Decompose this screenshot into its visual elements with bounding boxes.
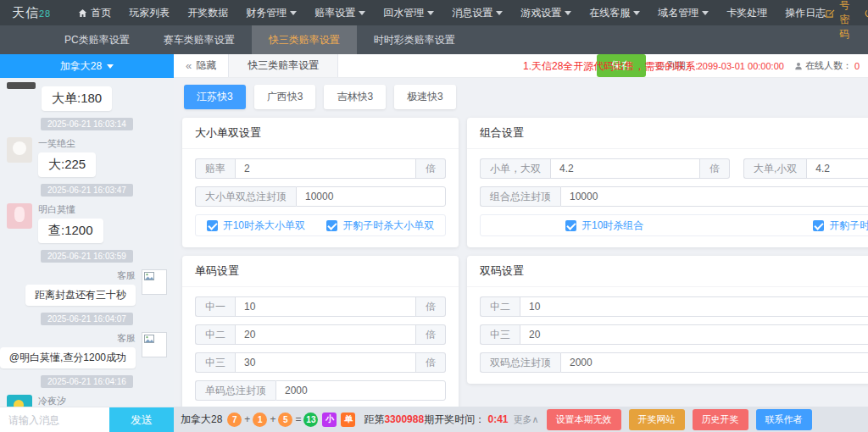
chat-username: 客服 (117, 332, 136, 345)
nav-item-domain[interactable]: 域名管理 (658, 6, 709, 20)
field-label: 中一 (195, 296, 235, 317)
checkbox-kill-dxdd-on-triple[interactable]: 开豹子时杀大小单双 (326, 219, 434, 233)
size-result-badge: 小 (322, 413, 337, 427)
draw-ball-1: 7 (227, 413, 242, 427)
nav-item-draw-data[interactable]: 开奖数据 (187, 6, 228, 20)
tab-jilin-k3[interactable]: 吉林快3 (324, 85, 386, 109)
draw-ball-3: 5 (278, 413, 292, 427)
checkbox-kill-combo-on-10[interactable]: 开10时杀组合 (565, 219, 643, 233)
chat-timestamp: 2025-06-21 16:03:59 (41, 250, 133, 263)
tab-jisu-k3[interactable]: 极速快3 (394, 85, 456, 109)
cap-input[interactable] (560, 352, 868, 373)
checkbox-kill-dxdd-on-10[interactable]: 开10时杀大小单双 (207, 219, 305, 233)
tab-guangxi-k3[interactable]: 广西快3 (254, 85, 316, 109)
parity-result-badge: 单 (341, 413, 355, 427)
chat-room-selector[interactable]: 加拿大28 (0, 54, 174, 78)
chat-bubble: 查:1200 (38, 219, 103, 243)
collapse-sidebar-button[interactable]: « 隐藏 (174, 54, 228, 77)
odds-input[interactable] (235, 352, 416, 373)
avatar (7, 82, 36, 89)
chat-sidebar: 加拿大28 大单:180 2025-06-21 16:03:14 一笑绝尘 大:… (0, 54, 174, 432)
chevron-down-icon (702, 11, 709, 15)
checkbox-checked-icon[interactable] (207, 220, 218, 231)
draw-history-button[interactable]: 历史开奖 (693, 409, 748, 430)
nav-item-logs[interactable]: 操作日志 (785, 6, 826, 20)
chat-username: 一笑绝尘 (38, 137, 96, 150)
avatar[interactable] (7, 137, 32, 163)
nav-item-service[interactable]: 在线客服 (589, 6, 640, 20)
app-window: 天信28 首页 玩家列表 开奖数据 财务管理 赔率设置 回水管理 消息设置 游戏… (0, 0, 868, 432)
odds-input[interactable] (520, 296, 868, 317)
field-label: 大小单双总注封顶 (195, 186, 296, 207)
odds-input[interactable] (520, 324, 868, 345)
settings-content: 江苏快3 广西快3 吉林快3 极速快3 大小单双设置 赔率 倍 (174, 78, 868, 407)
chat-message: 明白莫懂 查:1200 (7, 203, 167, 243)
card-title: 大小单双设置 (195, 125, 261, 141)
chat-username: 客服 (117, 269, 136, 282)
odds-input[interactable] (235, 158, 416, 179)
odds-input[interactable] (235, 324, 416, 345)
nav-item-odds[interactable]: 赔率设置 (314, 6, 365, 20)
logout-button[interactable]: 退出 (865, 0, 868, 27)
person-icon (794, 62, 803, 70)
chevron-down-icon (290, 11, 297, 15)
cap-input[interactable] (275, 380, 446, 401)
field-label: 中三 (195, 352, 235, 373)
checkbox-checked-icon[interactable] (326, 220, 337, 231)
tab-jiangsu-k3[interactable]: 江苏快3 (184, 85, 246, 109)
odds-input[interactable] (550, 158, 700, 179)
nav-item-players[interactable]: 玩家列表 (129, 6, 170, 20)
nav-item-card-award[interactable]: 卡奖处理 (726, 6, 767, 20)
checkbox-kill-combo-on-triple[interactable]: 开豹子时杀组合 (813, 219, 868, 233)
chat-message-list[interactable]: 大单:180 2025-06-21 16:03:14 一笑绝尘 大:225 20… (0, 78, 174, 407)
nav-item-home[interactable]: 首页 (78, 6, 111, 20)
unit-label: 倍 (700, 158, 730, 179)
nav-item-rebate[interactable]: 回水管理 (383, 6, 434, 20)
subnav-pc-odds[interactable]: PC类赔率设置 (47, 25, 147, 54)
odds-input[interactable] (806, 158, 868, 179)
plus-sign: + (244, 413, 250, 425)
chat-message-input[interactable] (0, 407, 109, 432)
account-password-button[interactable]: 账号密码 (826, 0, 849, 42)
nav-item-game[interactable]: 游戏设置 (520, 6, 571, 20)
checkbox-checked-icon[interactable] (565, 220, 576, 231)
broken-image-avatar[interactable] (142, 269, 167, 295)
field-label: 中二 (480, 296, 520, 317)
card-title: 单码设置 (195, 263, 239, 279)
sub-navbar: PC类赔率设置 赛车类赔率设置 快三类赔率设置 时时彩类赔率设置 (0, 25, 868, 54)
checkbox-checked-icon[interactable] (813, 220, 824, 231)
avatar[interactable] (7, 203, 32, 229)
page-tab-kuai3-odds[interactable]: 快三类赔率设置 (228, 54, 338, 77)
chevron-down-icon (427, 11, 434, 15)
top-navbar: 天信28 首页 玩家列表 开奖数据 财务管理 赔率设置 回水管理 消息设置 游戏… (0, 0, 868, 25)
send-button[interactable]: 发送 (109, 407, 174, 432)
chevron-down-icon (496, 11, 503, 15)
chat-timestamp: 2025-06-21 16:04:16 (41, 375, 133, 388)
top-menu: 首页 玩家列表 开奖数据 财务管理 赔率设置 回水管理 消息设置 游戏设置 在线… (78, 6, 826, 20)
chevron-down-icon (359, 11, 365, 15)
countdown-value: 0:41 (487, 413, 508, 425)
chat-timestamp: 2025-06-21 16:03:14 (41, 118, 133, 130)
draw-sum-ball: 13 (303, 413, 318, 427)
cap-input[interactable] (296, 186, 446, 207)
more-toggle[interactable]: 更多∧ (514, 413, 539, 426)
field-label: 中三 (480, 324, 520, 345)
field-label: 双码总注封顶 (480, 352, 560, 373)
odds-input[interactable] (235, 296, 416, 317)
chat-username: 冷夜汐 (38, 395, 108, 407)
subnav-kuai3-odds[interactable]: 快三类赔率设置 (252, 25, 357, 54)
nav-item-finance[interactable]: 财务管理 (246, 6, 297, 20)
field-label: 单码总注封顶 (195, 380, 275, 401)
draw-website-button[interactable]: 开奖网站 (629, 409, 685, 430)
subnav-ssc-odds[interactable]: 时时彩类赔率设置 (357, 25, 472, 54)
expire-value: 2099-03-01 00:00:00 (698, 61, 784, 71)
cap-input[interactable] (560, 186, 868, 207)
invalidate-period-button[interactable]: 设置本期无效 (547, 409, 621, 430)
nav-item-message[interactable]: 消息设置 (452, 6, 503, 20)
contact-author-button[interactable]: 联系作者 (756, 409, 812, 430)
subnav-racing-odds[interactable]: 赛车类赔率设置 (147, 25, 252, 54)
broken-image-avatar[interactable] (142, 332, 167, 357)
field-label: 赔率 (195, 158, 235, 179)
avatar[interactable] (7, 395, 32, 407)
equals-sign: = (295, 413, 301, 425)
